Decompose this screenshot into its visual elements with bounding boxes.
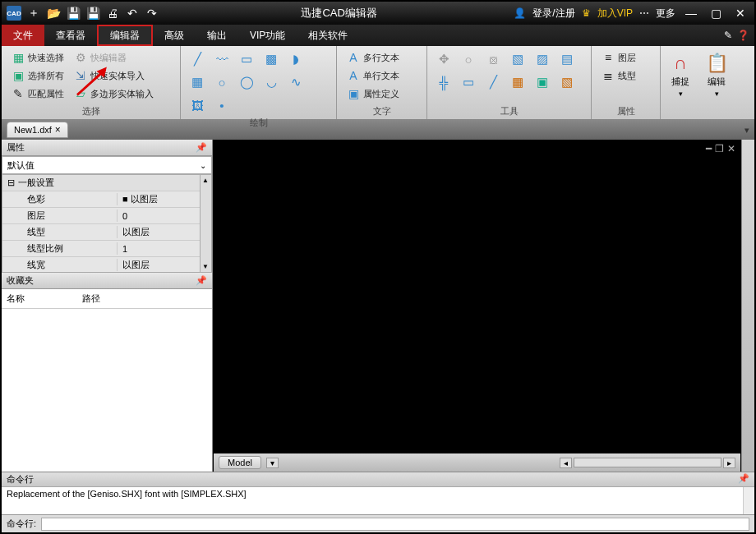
line-tool-icon[interactable]: ╱	[187, 49, 207, 69]
arc2-tool-icon[interactable]: ◡	[261, 72, 281, 92]
title-bar-right: 👤 登录/注册 ♛ 加入VIP ⋯ 更多 — ▢ ✕	[514, 4, 754, 22]
capture-button[interactable]: ∩ 捕捉 ▾	[664, 49, 697, 100]
model-tab-dropdown-icon[interactable]: ▾	[266, 458, 279, 468]
tab-bar-dropdown-icon[interactable]: ▾	[744, 125, 749, 136]
new-file-icon[interactable]: ＋	[26, 6, 41, 21]
ribbon-group-big: ∩ 捕捉 ▾ 📋 编辑 ▾	[661, 46, 736, 119]
tool-8-icon[interactable]: ▭	[459, 72, 478, 92]
spline-tool-icon[interactable]: ∿	[286, 72, 306, 92]
menu-viewer[interactable]: 查看器	[44, 25, 97, 46]
quick-select-button[interactable]: ▦快速选择	[8, 49, 67, 66]
menu-related[interactable]: 相关软件	[297, 25, 359, 46]
document-tab-bar: New1.dxf × ▾	[2, 120, 754, 140]
drawing-canvas[interactable]: ━ ❐ ✕	[214, 140, 740, 453]
prop-row-lineweight[interactable]: 线宽以图层	[2, 257, 211, 273]
close-tab-icon[interactable]: ×	[55, 124, 61, 136]
circle-tool-icon[interactable]: ○	[212, 72, 232, 92]
attr-define-button[interactable]: ▣属性定义	[343, 85, 403, 102]
restore-view-icon[interactable]: ❐	[715, 143, 724, 154]
open-file-icon[interactable]: 📂	[46, 6, 61, 21]
vip-crown-icon[interactable]: ♛	[582, 7, 591, 19]
app-logo-icon[interactable]: CAD	[7, 6, 21, 21]
command-scrollbar[interactable]	[743, 487, 754, 514]
undo-icon[interactable]: ↶	[125, 6, 140, 21]
prop-row-linescale[interactable]: 线型比例1	[2, 241, 211, 257]
entity-type-dropdown[interactable]: 默认值 ⌄	[2, 156, 212, 174]
menu-file[interactable]: 文件	[2, 25, 44, 46]
select-all-button[interactable]: ▣选择所有	[8, 67, 67, 84]
pattern-tool-icon[interactable]: ▩	[261, 49, 281, 69]
login-link[interactable]: 登录/注册	[532, 7, 574, 21]
properties-scrollbar[interactable]	[200, 175, 211, 272]
pin-icon[interactable]: 📌	[738, 473, 749, 486]
menu-advanced[interactable]: 高级	[153, 25, 196, 46]
tool-11-icon[interactable]: ▣	[532, 72, 552, 92]
image-tool-icon[interactable]: 🖼	[187, 95, 207, 115]
fast-entity-import-button[interactable]: ⇲快速实体导入	[71, 67, 157, 84]
pin-icon[interactable]: 📌	[196, 275, 207, 286]
arc-tool-icon[interactable]: ◗	[286, 49, 306, 69]
chevron-down-icon: ▾	[679, 90, 683, 98]
menu-editor[interactable]: 编辑器	[97, 25, 153, 46]
tool-5-icon[interactable]: ▨	[532, 49, 552, 69]
tool-6-icon[interactable]: ▤	[557, 49, 577, 69]
more-link[interactable]: 更多	[656, 7, 675, 21]
point-tool-icon[interactable]: •	[212, 95, 232, 115]
more-dots-icon[interactable]: ⋯	[639, 7, 649, 19]
pencil-edit-icon[interactable]: ✎	[724, 30, 732, 41]
user-icon[interactable]: 👤	[514, 7, 526, 19]
menu-vip[interactable]: VIP功能	[238, 25, 297, 46]
layer-button[interactable]: ≡图层	[598, 49, 639, 66]
canvas-area: ━ ❐ ✕ Model ▾ ◂ ▸	[213, 140, 741, 472]
tool-9-icon[interactable]: ╱	[483, 72, 503, 92]
rect-tool-icon[interactable]: ▭	[237, 49, 256, 69]
minimize-view-icon[interactable]: ━	[706, 143, 712, 154]
fav-col-name[interactable]: 名称	[7, 292, 25, 305]
prop-row-color[interactable]: 色彩■ 以图层	[2, 191, 211, 208]
save-icon[interactable]: 💾	[66, 6, 81, 21]
tool-2-icon[interactable]: ○	[459, 49, 478, 69]
redo-icon[interactable]: ↷	[145, 6, 159, 21]
multiline-text-button[interactable]: A多行文本	[343, 49, 403, 66]
singleline-text-button[interactable]: A单行文本	[343, 67, 403, 84]
maximize-button[interactable]: ▢	[707, 4, 725, 22]
tool-10-icon[interactable]: ▦	[508, 72, 528, 92]
model-tab[interactable]: Model	[219, 456, 261, 469]
vip-link[interactable]: 加入VIP	[597, 7, 633, 21]
ellipse-tool-icon[interactable]: ◯	[237, 72, 256, 92]
command-input[interactable]	[41, 518, 749, 531]
ribbon-group-props: ≡图层 ≣线型 属性	[592, 46, 661, 119]
tool-4-icon[interactable]: ▧	[508, 49, 528, 69]
save-all-icon[interactable]: 💾	[85, 6, 100, 21]
tool-12-icon[interactable]: ▧	[557, 72, 577, 92]
tool-3-icon[interactable]: ⦻	[483, 49, 503, 69]
edit-big-button[interactable]: 📋 编辑 ▾	[700, 49, 733, 100]
help-icon[interactable]: ❓	[737, 30, 749, 41]
scrollbar-vertical[interactable]	[741, 140, 754, 472]
menu-output[interactable]: 输出	[196, 25, 238, 46]
print-icon[interactable]: 🖨	[105, 6, 120, 21]
quick-access-toolbar: CAD ＋ 📂 💾 💾 🖨 ↶ ↷	[2, 6, 164, 21]
close-view-icon[interactable]: ✕	[727, 143, 735, 154]
fav-col-path[interactable]: 路径	[82, 292, 100, 305]
fast-editor-button[interactable]: ⚙快编辑器	[71, 49, 157, 66]
ribbon-toolbar: ▦快速选择 ▣选择所有 ✎匹配属性 ⚙快编辑器 ⇲快速实体导入 ▱多边形实体输入…	[2, 46, 754, 120]
tool-1-icon[interactable]: ✥	[434, 49, 454, 69]
linetype-button[interactable]: ≣线型	[598, 67, 639, 84]
minimize-button[interactable]: —	[682, 4, 700, 22]
scroll-left-icon[interactable]: ◂	[560, 458, 572, 468]
prop-section-general[interactable]: ⊟ 一般设置	[2, 175, 211, 191]
pin-icon[interactable]: 📌	[196, 142, 207, 153]
match-props-button[interactable]: ✎匹配属性	[8, 85, 67, 102]
prop-row-linetype[interactable]: 线型以图层	[2, 224, 211, 241]
document-tab[interactable]: New1.dxf ×	[7, 122, 68, 138]
close-button[interactable]: ✕	[731, 4, 749, 22]
scroll-right-icon[interactable]: ▸	[723, 458, 735, 468]
menu-bar: 文件 查看器 编辑器 高级 输出 VIP功能 相关软件 ✎ ❓	[2, 25, 754, 46]
polyline-tool-icon[interactable]: 〰	[212, 49, 232, 69]
prop-row-layer[interactable]: 图层0	[2, 208, 211, 224]
hatch-tool-icon[interactable]: ▦	[187, 72, 207, 92]
scrollbar-h[interactable]	[574, 458, 721, 467]
chevron-down-icon: ⌄	[200, 161, 206, 170]
tool-7-icon[interactable]: ╬	[434, 72, 454, 92]
